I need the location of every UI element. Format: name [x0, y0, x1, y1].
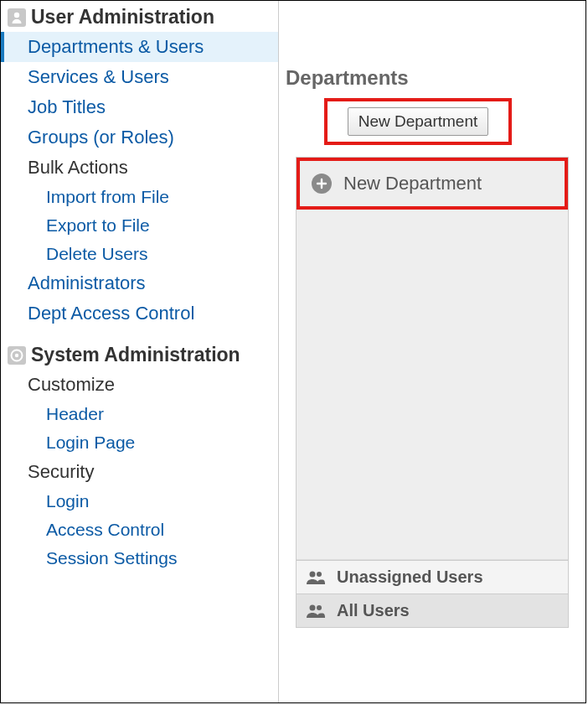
system-admin-title: System Administration — [31, 344, 240, 366]
sidebar-item-job-titles[interactable]: Job Titles — [1, 92, 278, 122]
sidebar-item-label: Delete Users — [46, 244, 147, 263]
svg-point-2 — [15, 353, 18, 356]
sidebar-item-label: Administrators — [28, 272, 146, 293]
sidebar-item-access-control[interactable]: Access Control — [1, 516, 278, 544]
sidebar-item-delete-users[interactable]: Delete Users — [1, 240, 278, 268]
sidebar-item-dept-access-control[interactable]: Dept Access Control — [1, 298, 278, 329]
svg-point-0 — [14, 12, 19, 17]
sidebar-subhead-bulk-actions: Bulk Actions — [1, 153, 278, 183]
user-icon — [8, 8, 26, 27]
sidebar-item-label: Header — [46, 404, 104, 423]
sidebar-item-label: Bulk Actions — [28, 157, 128, 178]
people-icon — [305, 603, 327, 619]
sidebar-item-services-users[interactable]: Services & Users — [1, 62, 278, 92]
sidebar-item-session-settings[interactable]: Session Settings — [1, 544, 278, 573]
sidebar-item-label: Session Settings — [46, 548, 177, 568]
unassigned-users-label: Unassigned Users — [337, 568, 483, 587]
svg-point-5 — [310, 604, 316, 610]
sidebar-item-label: Departments & Users — [28, 36, 204, 57]
sidebar-item-label: Groups (or Roles) — [28, 127, 174, 148]
new-department-button-label: New Department — [358, 112, 478, 130]
new-department-highlight: New Department — [324, 98, 512, 145]
svg-point-6 — [317, 605, 322, 610]
sidebar-item-label: Import from File — [46, 187, 169, 206]
sidebar-item-label: Export to File — [46, 215, 150, 235]
sidebar-item-login[interactable]: Login — [1, 487, 278, 516]
new-department-row-label: New Department — [343, 173, 482, 194]
sidebar-item-label: Security — [28, 461, 94, 482]
all-users-label: All Users — [337, 601, 410, 620]
new-department-row[interactable]: New Department — [297, 158, 568, 210]
sidebar-subhead-security: Security — [1, 457, 278, 487]
sidebar-subhead-customize: Customize — [1, 370, 278, 400]
main-area: Departments New Department New Departmen… — [279, 1, 586, 702]
sidebar-item-label: Login — [46, 491, 89, 511]
unassigned-users-row[interactable]: Unassigned Users — [297, 560, 568, 594]
gear-icon — [8, 346, 26, 365]
sidebar-item-label: Login Page — [46, 433, 135, 452]
main-inner: Departments New Department New Departmen… — [279, 1, 586, 628]
sidebar-item-administrators[interactable]: Administrators — [1, 268, 278, 298]
user-admin-title: User Administration — [31, 6, 214, 29]
sidebar-item-label: Services & Users — [28, 66, 169, 87]
svg-point-3 — [310, 571, 316, 577]
sidebar-item-label: Access Control — [46, 520, 164, 539]
sidebar-item-groups-roles[interactable]: Groups (or Roles) — [1, 122, 278, 153]
departments-title: Departments — [286, 66, 569, 90]
plus-circle-icon — [312, 174, 332, 194]
system-admin-header: System Administration — [1, 340, 278, 370]
sidebar-item-label: Customize — [28, 374, 115, 395]
sidebar: User Administration Departments & Users … — [1, 1, 279, 702]
all-users-row[interactable]: All Users — [297, 594, 568, 627]
sidebar-item-export-to-file[interactable]: Export to File — [1, 211, 278, 240]
people-icon — [305, 569, 327, 586]
svg-point-4 — [317, 572, 322, 577]
departments-panel: New Department Unassigned Users All User… — [296, 157, 569, 628]
app-frame: User Administration Departments & Users … — [0, 0, 586, 703]
sidebar-item-departments-users[interactable]: Departments & Users — [1, 32, 278, 62]
new-department-button[interactable]: New Department — [348, 107, 489, 136]
sidebar-item-label: Job Titles — [28, 96, 106, 117]
sidebar-item-login-page[interactable]: Login Page — [1, 428, 278, 457]
sidebar-item-import-from-file[interactable]: Import from File — [1, 183, 278, 211]
user-admin-header: User Administration — [1, 3, 278, 32]
sidebar-item-header[interactable]: Header — [1, 400, 278, 428]
sidebar-item-label: Dept Access Control — [28, 303, 194, 324]
departments-empty-area — [297, 210, 568, 560]
